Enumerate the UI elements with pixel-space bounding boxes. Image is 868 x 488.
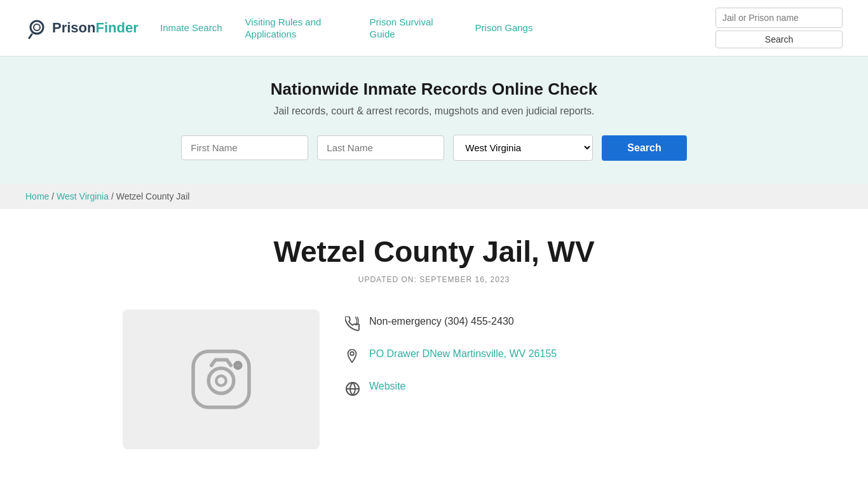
- website-link[interactable]: Website: [369, 381, 406, 392]
- svg-point-5: [216, 376, 226, 386]
- phone-text: Non-emergency (304) 455-2430: [369, 316, 514, 327]
- nav-prison-survival[interactable]: Prison Survival Guide: [370, 16, 452, 41]
- updated-date: UPDATED ON: SEPTEMBER 16, 2023: [123, 275, 745, 284]
- site-header: PrisonFinder Inmate Search Visiting Rule…: [0, 0, 868, 57]
- jail-title: Wetzel County Jail, WV: [123, 234, 745, 269]
- breadcrumb-home[interactable]: Home: [25, 191, 49, 201]
- main-nav: Inmate Search Visiting Rules and Applica…: [160, 16, 695, 41]
- svg-point-7: [350, 352, 354, 356]
- svg-line-2: [29, 34, 32, 38]
- globe-icon: [345, 381, 360, 399]
- nav-prison-gangs[interactable]: Prison Gangs: [475, 22, 533, 34]
- address-link[interactable]: PO Drawer DNew Martinsville, WV 26155: [369, 348, 557, 360]
- svg-point-1: [34, 24, 40, 30]
- logo-finder: Finder: [95, 20, 138, 36]
- logo[interactable]: PrisonFinder: [25, 17, 140, 39]
- nav-visiting-rules[interactable]: Visiting Rules and Applications: [245, 16, 347, 41]
- last-name-input[interactable]: [317, 135, 444, 160]
- breadcrumb: Home / West Virginia / Wetzel County Jai…: [0, 184, 868, 209]
- first-name-input[interactable]: [181, 135, 308, 160]
- address-row: PO Drawer DNew Martinsville, WV 26155: [345, 348, 745, 367]
- jail-info-wrapper: Non-emergency (304) 455-2430 PO Drawer D…: [123, 309, 745, 449]
- camera-icon: [186, 344, 256, 414]
- nav-inmate-search[interactable]: Inmate Search: [160, 22, 222, 34]
- nav-search-button[interactable]: Search: [715, 30, 843, 48]
- hero-section: Nationwide Inmate Records Online Check J…: [0, 57, 868, 184]
- breadcrumb-sep2: /: [111, 191, 116, 201]
- breadcrumb-jail: Wetzel County Jail: [116, 191, 190, 201]
- svg-point-0: [31, 21, 43, 34]
- jail-image-placeholder: [123, 309, 320, 449]
- breadcrumb-sep1: /: [51, 191, 57, 201]
- state-select[interactable]: AlabamaAlaskaArizonaArkansasCaliforniaCo…: [453, 135, 593, 161]
- svg-point-6: [235, 363, 241, 369]
- svg-point-4: [208, 368, 234, 393]
- hero-subtitle: Jail records, court & arrest records, mu…: [25, 105, 843, 117]
- nav-jail-search-input[interactable]: [715, 8, 843, 28]
- nav-search-area: Search: [715, 8, 843, 48]
- jail-details: Non-emergency (304) 455-2430 PO Drawer D…: [345, 309, 745, 399]
- hero-search-button[interactable]: Search: [602, 135, 686, 161]
- main-content: Wetzel County Jail, WV UPDATED ON: SEPTE…: [85, 209, 783, 475]
- logo-prison: Prison: [52, 20, 95, 36]
- phone-row: Non-emergency (304) 455-2430: [345, 316, 745, 334]
- location-icon: [345, 349, 360, 367]
- breadcrumb-state[interactable]: West Virginia: [57, 191, 109, 201]
- inmate-search-form: AlabamaAlaskaArizonaArkansasCaliforniaCo…: [25, 135, 843, 161]
- website-row: Website: [345, 381, 745, 399]
- phone-icon: [345, 316, 360, 334]
- hero-title: Nationwide Inmate Records Online Check: [25, 79, 843, 99]
